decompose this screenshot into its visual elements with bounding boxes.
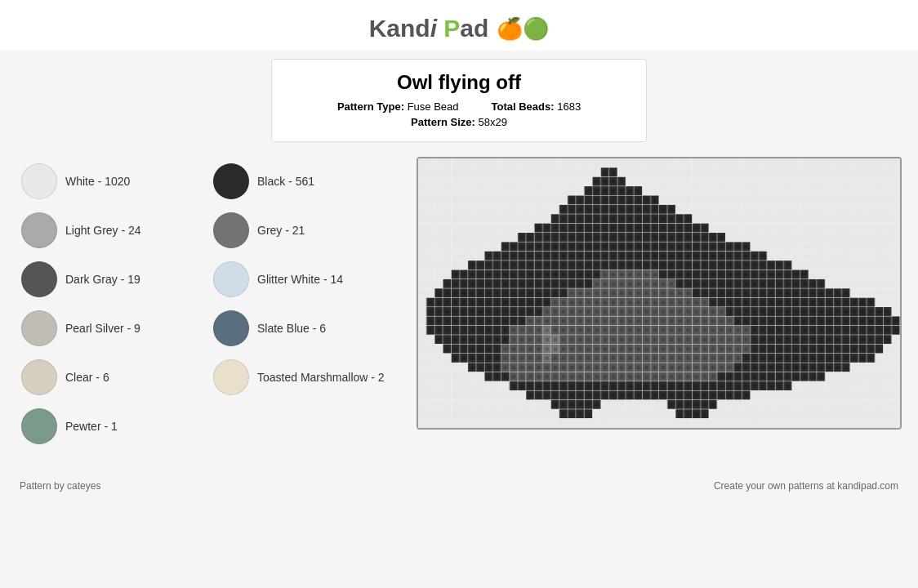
- info-card: Owl flying off Pattern Type: Fuse Bead T…: [271, 59, 647, 142]
- color-label-black: Black - 561: [257, 175, 314, 188]
- logo-icons: 🍊🟢: [497, 16, 549, 42]
- palette-grid: White - 1020 Light Grey - 24 Dark Gray -…: [16, 157, 400, 451]
- color-item-glitter-white: Glitter White - 14: [208, 255, 400, 304]
- logo-i: i: [430, 15, 437, 42]
- color-swatch-slate-blue: [213, 310, 249, 346]
- palette-left: White - 1020 Light Grey - 24 Dark Gray -…: [16, 157, 208, 451]
- pattern-preview: [417, 157, 902, 430]
- color-swatch-glitter-white: [213, 261, 249, 297]
- palette-right: Black - 561 Grey - 21 Glitter White - 14…: [208, 157, 400, 451]
- color-label-dark-gray: Dark Gray - 19: [65, 273, 140, 286]
- color-label-glitter-white: Glitter White - 14: [257, 273, 343, 286]
- color-swatch-dark-gray: [21, 261, 57, 297]
- color-swatch-grey: [213, 212, 249, 248]
- footer: Pattern by cateyes Create your own patte…: [0, 467, 918, 498]
- palette: White - 1020 Light Grey - 24 Dark Gray -…: [16, 157, 400, 451]
- color-label-pearl-silver: Pearl Silver - 9: [65, 322, 140, 335]
- color-swatch-clear: [21, 359, 57, 395]
- main-content: White - 1020 Light Grey - 24 Dark Gray -…: [0, 157, 918, 451]
- pattern-size: Pattern Size: 58x29: [288, 116, 630, 128]
- color-label-pewter: Pewter - 1: [65, 420, 118, 433]
- color-label-grey: Grey - 21: [257, 224, 305, 237]
- color-item-slate-blue: Slate Blue - 6: [208, 304, 400, 353]
- color-item-pewter: Pewter - 1: [16, 402, 208, 451]
- logo: Kandi Pad 🍊🟢: [369, 15, 550, 42]
- color-label-slate-blue: Slate Blue - 6: [257, 322, 326, 335]
- color-swatch-black: [213, 163, 249, 199]
- color-label-toasted-marshmallow: Toasted Marshmallow - 2: [257, 371, 385, 384]
- logo-kandi: Kand: [369, 15, 430, 42]
- pattern-title: Owl flying off: [288, 71, 630, 94]
- logo-pad-p: P: [443, 15, 460, 42]
- color-item-pearl-silver: Pearl Silver - 9: [16, 304, 208, 353]
- color-item-grey: Grey - 21: [208, 206, 400, 255]
- color-swatch-light-grey: [21, 212, 57, 248]
- color-swatch-pearl-silver: [21, 310, 57, 346]
- color-item-toasted-marshmallow: Toasted Marshmallow - 2: [208, 353, 400, 402]
- color-label-light-grey: Light Grey - 24: [65, 224, 141, 237]
- footer-cta: Create your own patterns at kandipad.com: [714, 480, 898, 492]
- total-beads: Total Beads: 1683: [492, 100, 582, 113]
- color-swatch-pewter: [21, 408, 57, 444]
- color-label-white: White - 1020: [65, 175, 130, 188]
- footer-credit: Pattern by cateyes: [20, 480, 100, 492]
- color-item-white: White - 1020: [16, 157, 208, 206]
- color-item-clear: Clear - 6: [16, 353, 208, 402]
- header: Kandi Pad 🍊🟢: [0, 0, 918, 51]
- color-item-dark-gray: Dark Gray - 19: [16, 255, 208, 304]
- color-item-black: Black - 561: [208, 157, 400, 206]
- color-swatch-white: [21, 163, 57, 199]
- logo-text: Kandi Pad: [369, 15, 489, 42]
- color-label-clear: Clear - 6: [65, 371, 109, 384]
- page-wrapper: Kandi Pad 🍊🟢 Owl flying off Pattern Type…: [0, 0, 918, 498]
- color-swatch-toasted-marshmallow: [213, 359, 249, 395]
- pattern-canvas: [418, 158, 900, 428]
- info-meta: Pattern Type: Fuse Bead Total Beads: 168…: [288, 100, 630, 113]
- pattern-type: Pattern Type: Fuse Bead: [337, 100, 459, 113]
- logo-pad-ad: ad: [460, 15, 488, 42]
- color-item-light-grey: Light Grey - 24: [16, 206, 208, 255]
